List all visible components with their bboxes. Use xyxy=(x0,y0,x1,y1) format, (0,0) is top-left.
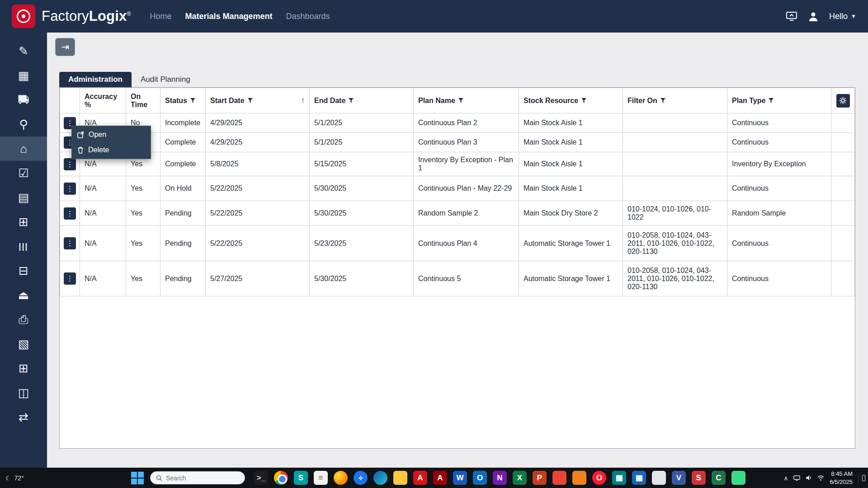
header-on-time[interactable]: On Time xyxy=(126,88,160,113)
materials-grid-icon: ▦ xyxy=(18,70,29,81)
taskbar-app-terminal[interactable]: >_ xyxy=(254,471,268,485)
table-row[interactable]: ⋮ N/A Yes Pending 5/22/2025 5/23/2025 Co… xyxy=(60,226,855,261)
tab-audit-planning[interactable]: Audit Planning xyxy=(132,72,199,87)
search-input[interactable] xyxy=(166,474,234,482)
user-icon[interactable] xyxy=(807,10,819,22)
user-menu[interactable]: Hello▼ xyxy=(829,12,856,21)
tray-network-icon[interactable] xyxy=(817,475,824,481)
part-search-icon: ⚲ xyxy=(19,118,28,130)
context-menu-open-label: Open xyxy=(89,131,106,139)
taskbar-app-firefox[interactable] xyxy=(334,471,348,485)
taskbar-app-red-s-app[interactable]: S xyxy=(692,471,706,485)
taskbar-app-outlook[interactable]: O xyxy=(473,471,487,485)
filter-icon[interactable] xyxy=(458,98,463,103)
visio-icon: V xyxy=(676,474,681,483)
table-row[interactable]: ⋮ Complete 4/29/2025 5/1/2025 Continuous… xyxy=(60,133,855,152)
header-status[interactable]: Status xyxy=(160,88,206,113)
sidebar-item-issue-stock[interactable]: ⏏ xyxy=(0,283,47,307)
cell-plan-type: Continuous xyxy=(727,176,831,201)
table-row[interactable]: ⋮ N/A No Incomplete 4/29/2025 5/1/2025 C… xyxy=(60,113,855,133)
taskbar-app-file-explorer[interactable] xyxy=(393,471,407,485)
filter-icon[interactable] xyxy=(581,98,586,103)
taskbar-app-red-flame-app[interactable] xyxy=(552,471,566,485)
taskbar-app-android-app[interactable] xyxy=(731,471,745,485)
tray-display-icon[interactable] xyxy=(793,475,800,481)
tray-expand-icon[interactable]: ∧ xyxy=(783,474,788,482)
taskbar-clock[interactable]: 8:45 AM 6/5/2025 xyxy=(830,470,853,486)
collapse-panel-button[interactable]: ⇥ xyxy=(55,38,75,56)
taskbar-app-chrome[interactable] xyxy=(274,471,288,485)
table-row[interactable]: ⋮ N/A Yes Pending 5/22/2025 5/30/2025 Ra… xyxy=(60,201,855,226)
row-menu-button[interactable]: ⋮ xyxy=(64,158,76,170)
taskbar-app-adobe-creative-cloud[interactable]: A xyxy=(413,471,427,485)
row-menu-button[interactable]: ⋮ xyxy=(64,183,76,195)
sidebar-item-stock-edit[interactable]: ▧ xyxy=(0,332,47,356)
nav-home[interactable]: Home xyxy=(150,12,171,21)
filter-icon[interactable] xyxy=(769,98,774,103)
taskbar-app-visio[interactable]: V xyxy=(672,471,686,485)
cell-start-date: 5/8/2025 xyxy=(206,152,310,176)
header-accuracy[interactable]: Accuracy % xyxy=(80,88,126,113)
nav-dashboards[interactable]: Dashboards xyxy=(286,12,330,21)
weather-widget[interactable]: ☾ 72° xyxy=(5,468,24,488)
taskbar-app-blue-grid-app[interactable]: ▦ xyxy=(632,471,646,485)
header-filter-on[interactable]: Filter On xyxy=(623,88,727,113)
context-menu-delete[interactable]: Delete xyxy=(72,142,151,158)
sort-ascending-icon[interactable]: ↑ xyxy=(301,96,305,105)
row-menu-button[interactable]: ⋮ xyxy=(64,272,76,285)
header-end-date[interactable]: End Date xyxy=(310,88,414,113)
notification-icon xyxy=(862,475,865,481)
header-plan-name[interactable]: Plan Name xyxy=(414,88,519,113)
sidebar-item-barcode[interactable]: ||| xyxy=(0,234,47,258)
sidebar-item-stock-add[interactable]: ⊞ xyxy=(0,356,47,380)
notification-center-button[interactable] xyxy=(858,473,865,483)
sidebar-item-add-stock[interactable]: ⊞ xyxy=(0,210,47,234)
filter-icon[interactable] xyxy=(190,98,195,103)
sidebar-item-shipping-truck[interactable]: ⛟ xyxy=(0,88,47,112)
header-plan-type[interactable]: Plan Type xyxy=(727,88,831,113)
taskbar-app-acrobat[interactable]: A xyxy=(433,471,447,485)
row-menu-button[interactable]: ⋮ xyxy=(64,237,76,249)
row-menu-button[interactable]: ⋮ xyxy=(64,207,76,220)
sidebar-item-documents[interactable]: ▤ xyxy=(0,185,47,210)
taskbar-app-powerpoint[interactable]: P xyxy=(533,471,547,485)
taskbar-app-orange-app[interactable] xyxy=(572,471,586,485)
header-start-date[interactable]: Start Date↑ xyxy=(206,88,310,113)
taskbar-app-compass-browser[interactable]: ✧ xyxy=(354,471,368,485)
table-row[interactable]: ⋮ N/A Yes On Hold 5/22/2025 5/30/2025 Co… xyxy=(60,176,855,201)
table-row[interactable]: ⋮ N/A Yes Complete 5/8/2025 5/15/2025 In… xyxy=(60,152,855,176)
taskbar-app-opera[interactable]: O xyxy=(592,471,606,485)
taskbar-app-green-c-app[interactable]: C xyxy=(712,471,726,485)
sidebar-item-transfer-stock[interactable]: ⇄ xyxy=(0,405,47,429)
taskbar-app-notepad[interactable]: ≡ xyxy=(314,471,328,485)
sidebar-item-warehouse[interactable]: ⌂ xyxy=(0,136,47,161)
sidebar-item-print-labels[interactable]: ⎙ xyxy=(0,307,47,332)
filter-icon[interactable] xyxy=(248,98,253,103)
display-share-icon[interactable] xyxy=(786,10,797,22)
taskbar-app-excel[interactable]: X xyxy=(513,471,527,485)
taskbar-app-teal-s-app[interactable]: S xyxy=(294,471,308,485)
tab-administration[interactable]: Administration xyxy=(59,72,132,87)
column-settings-button[interactable] xyxy=(836,94,850,108)
sidebar-item-edit[interactable]: ✎ xyxy=(0,39,47,63)
header-stock-resource[interactable]: Stock Resource xyxy=(519,88,623,113)
sidebar-item-materials-grid[interactable]: ▦ xyxy=(0,63,47,88)
taskbar-app-gray-app[interactable] xyxy=(652,471,666,485)
sidebar-item-receive-stock[interactable]: ⊟ xyxy=(0,258,47,283)
tray-volume-icon[interactable] xyxy=(806,475,812,481)
table-row[interactable]: ⋮ N/A Yes Pending 5/27/2025 5/30/2025 Co… xyxy=(60,261,855,296)
taskbar-app-edge[interactable] xyxy=(373,471,387,485)
sidebar-item-part-search[interactable]: ⚲ xyxy=(0,112,47,136)
start-button[interactable] xyxy=(130,471,145,485)
taskbar-search[interactable] xyxy=(150,471,245,484)
filter-icon[interactable] xyxy=(660,98,665,103)
context-menu-open[interactable]: Open xyxy=(72,127,151,142)
taskbar-app-word[interactable]: W xyxy=(453,471,467,485)
filter-icon[interactable] xyxy=(349,98,354,103)
sidebar-item-split-stock[interactable]: ◫ xyxy=(0,380,47,405)
sidebar-item-audit-check[interactable]: ☑ xyxy=(0,161,47,185)
nav-materials-management[interactable]: Materials Management xyxy=(185,12,273,21)
taskbar-app-teal-grid-app[interactable]: ▦ xyxy=(612,471,626,485)
split-stock-icon: ◫ xyxy=(18,387,29,399)
taskbar-app-onenote[interactable]: N xyxy=(493,471,507,485)
